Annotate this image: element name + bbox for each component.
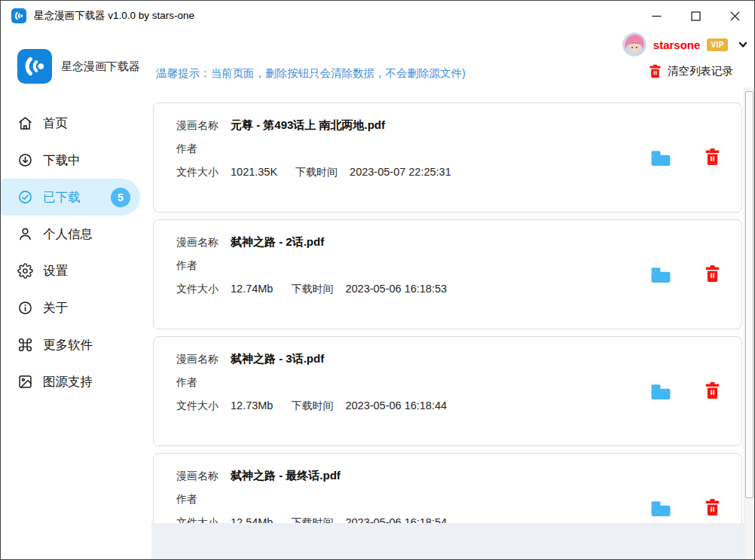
comic-name: 弑神之路 - 3话.pdf — [231, 352, 324, 366]
open-folder-button[interactable] — [650, 148, 672, 170]
download-item-card: 漫画名称弑神之路 - 2话.pdf 作者 文件大小12.74Mb 下载时间202… — [153, 219, 742, 329]
author-label: 作者 — [176, 493, 197, 506]
scrollbar-thumb[interactable] — [745, 91, 753, 498]
download-time: 2023-05-06 16:18:54 — [345, 516, 447, 523]
comic-name: 弑神之路 - 最终话.pdf — [231, 469, 341, 483]
sidebar-item-label: 已下载 — [43, 189, 81, 206]
name-label: 漫画名称 — [176, 353, 219, 366]
close-button[interactable] — [715, 1, 754, 31]
main-content: 温馨提示：当前页面，删除按钮只会清除数据，不会删除源文件) 清空列表记录 漫画名… — [151, 31, 754, 559]
file-size: 12.73Mb — [231, 399, 273, 412]
sidebar-item-profile[interactable]: 个人信息 — [1, 216, 151, 252]
maximize-icon — [691, 11, 701, 21]
brand: 星念漫画下载器 — [17, 49, 151, 84]
comic-name: 元尊 - 第493话上 南北两地.pdf — [231, 118, 385, 133]
folder-icon — [650, 499, 672, 518]
open-folder-button[interactable] — [650, 382, 672, 403]
folder-icon — [650, 265, 672, 284]
close-icon — [730, 11, 740, 21]
sidebar-item-label: 设置 — [43, 263, 68, 280]
gear-icon — [17, 263, 33, 279]
sidebar-item-image-sources[interactable]: 图源支持 — [1, 363, 151, 400]
bottom-spacer — [151, 523, 744, 559]
download-list: 漫画名称元尊 - 第493话上 南北两地.pdf 作者 文件大小1021.35K… — [153, 103, 742, 523]
trash-icon — [705, 265, 720, 283]
author-label: 作者 — [176, 142, 197, 156]
time-label: 下载时间 — [295, 166, 338, 179]
sidebar-item-home[interactable]: 首页 — [1, 105, 151, 142]
brand-logo-icon — [17, 49, 52, 84]
sidebar-menu: 首页 下载中 已下载 5 — [1, 105, 151, 400]
app-window: 星念漫画下载器 v1.0.0 by stars-one s — [0, 0, 755, 560]
download-item-card: 漫画名称元尊 - 第493话上 南北两地.pdf 作者 文件大小1021.35K… — [153, 103, 742, 213]
delete-item-button[interactable] — [705, 148, 720, 168]
minimize-icon — [652, 11, 662, 21]
trash-icon — [705, 498, 720, 516]
time-label: 下载时间 — [291, 516, 333, 523]
sidebar-item-label: 首页 — [43, 115, 68, 132]
download-item-card: 漫画名称弑神之路 - 3话.pdf 作者 文件大小12.73Mb 下载时间202… — [153, 336, 742, 446]
app-logo-icon — [11, 8, 26, 23]
home-icon — [17, 115, 33, 131]
info-circle-icon — [17, 300, 33, 316]
sidebar-item-label: 个人信息 — [43, 226, 93, 243]
folder-icon — [650, 382, 672, 401]
size-label: 文件大小 — [176, 166, 219, 179]
sidebar-item-downloaded[interactable]: 已下载 5 — [1, 179, 140, 216]
open-folder-button[interactable] — [650, 265, 672, 286]
delete-item-button[interactable] — [705, 265, 720, 285]
time-label: 下载时间 — [291, 283, 333, 296]
download-circle-icon — [17, 152, 33, 168]
image-icon — [17, 374, 33, 390]
window-title: 星念漫画下载器 v1.0.0 by stars-one — [34, 9, 194, 23]
file-size: 12.54Mb — [231, 516, 273, 523]
open-folder-button[interactable] — [650, 499, 672, 520]
trash-icon — [705, 381, 720, 399]
comic-name: 弑神之路 - 2话.pdf — [231, 235, 324, 249]
check-circle-icon — [17, 189, 33, 205]
sidebar-item-more-apps[interactable]: 更多软件 — [1, 326, 151, 363]
sidebar-item-label: 更多软件 — [43, 337, 93, 353]
vertical-scrollbar[interactable] — [744, 87, 754, 559]
sidebar-item-label: 下载中 — [43, 152, 81, 169]
delete-item-button[interactable] — [705, 381, 720, 402]
file-size: 1021.35K — [231, 166, 277, 178]
downloaded-count-badge: 5 — [111, 188, 130, 207]
name-label: 漫画名称 — [176, 470, 219, 483]
person-icon — [17, 226, 33, 242]
title-bar: 星念漫画下载器 v1.0.0 by stars-one — [1, 1, 754, 31]
delete-item-button[interactable] — [705, 498, 720, 519]
clear-list-label: 清空列表记录 — [668, 64, 733, 78]
command-icon — [17, 337, 33, 353]
download-time: 2023-05-06 16:18:44 — [345, 399, 447, 412]
folder-icon — [650, 148, 672, 167]
minimize-button[interactable] — [637, 1, 676, 31]
author-label: 作者 — [176, 259, 197, 273]
trash-icon — [705, 148, 720, 166]
download-time: 2023-05-07 22:25:31 — [350, 166, 451, 178]
file-size: 12.74Mb — [231, 283, 273, 295]
page-hint: 温馨提示：当前页面，删除按钮只会清除数据，不会删除源文件) — [156, 66, 466, 81]
name-label: 漫画名称 — [176, 236, 219, 249]
author-label: 作者 — [176, 376, 197, 390]
brand-name: 星念漫画下载器 — [61, 60, 140, 74]
size-label: 文件大小 — [176, 283, 219, 296]
maximize-button[interactable] — [676, 1, 715, 31]
download-time: 2023-05-06 16:18:53 — [345, 283, 447, 295]
download-item-card: 漫画名称弑神之路 - 最终话.pdf 作者 文件大小12.54Mb 下载时间20… — [153, 453, 742, 523]
trash-icon — [649, 64, 662, 78]
name-label: 漫画名称 — [176, 119, 219, 133]
time-label: 下载时间 — [291, 399, 333, 413]
size-label: 文件大小 — [176, 516, 219, 523]
sidebar-item-settings[interactable]: 设置 — [1, 252, 151, 289]
window-controls — [637, 1, 754, 31]
clear-list-button[interactable]: 清空列表记录 — [644, 63, 738, 79]
sidebar-item-about[interactable]: 关于 — [1, 289, 151, 326]
size-label: 文件大小 — [176, 399, 219, 413]
sidebar-item-label: 关于 — [43, 300, 68, 317]
sidebar-item-label: 图源支持 — [43, 374, 93, 390]
sidebar-item-downloading[interactable]: 下载中 — [1, 142, 151, 179]
sidebar: 星念漫画下载器 首页 下载中 — [1, 31, 151, 559]
